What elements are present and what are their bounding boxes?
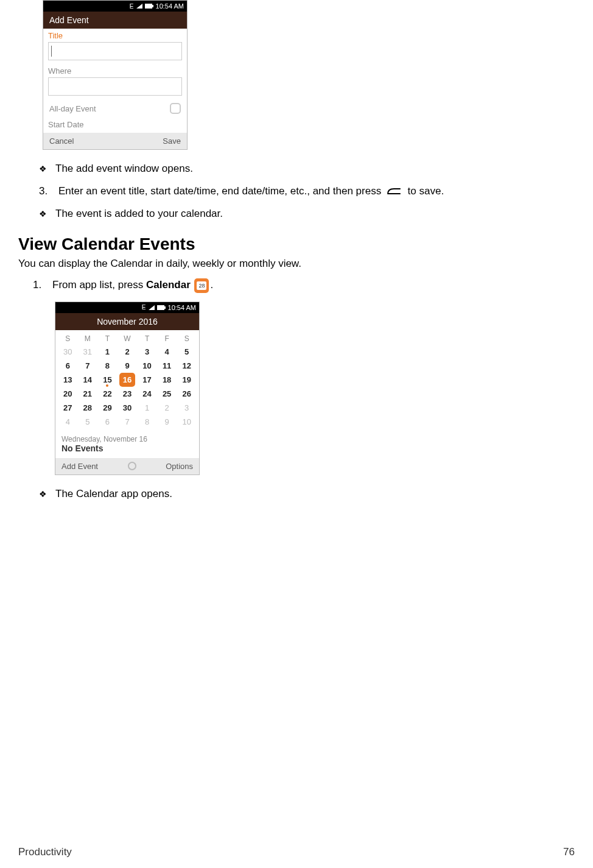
calendar-day[interactable]: 10 [137,359,157,373]
where-label: Where [43,64,187,76]
allday-toggle[interactable] [170,103,181,114]
svg-rect-5 [164,306,166,309]
calendar-day[interactable]: 25 [157,387,177,401]
lead-text: You can display the Calendar in daily, w… [18,258,575,270]
calendar-day[interactable]: 27 [58,401,78,415]
svg-rect-1 [145,4,152,9]
calendar-day[interactable]: 1 [137,401,157,415]
network-indicator: E [130,3,134,10]
calendar-day[interactable]: 5 [177,345,197,359]
calendar-day[interactable]: 6 [97,415,118,429]
startdate-label: Start Date [43,118,187,133]
day-of-week-header: T [97,333,118,345]
calendar-day[interactable]: 26 [177,387,197,401]
softkey-bar: Cancel Save [43,133,187,149]
calendar-day[interactable]: 3 [177,401,197,415]
calendar-day[interactable]: 29 [97,401,118,415]
calendar-day[interactable]: 12 [177,359,197,373]
bullet-result-2: ❖ The event is added to your calendar. [39,207,575,221]
calendar-day[interactable]: 13 [58,373,78,387]
calendar-day[interactable]: 6 [58,359,78,373]
calendar-day[interactable]: 14 [78,373,98,387]
network-indicator: E [142,304,146,311]
allday-label: All-day Event [49,104,96,113]
calendar-day[interactable]: 2 [157,401,177,415]
status-bar: E 10:54 AM [43,1,187,12]
calendar-day[interactable]: 7 [78,359,98,373]
calendar-day[interactable]: 20 [58,387,78,401]
event-summary: Wednesday, November 16 No Events [55,431,199,458]
month-title: November 2016 [55,313,199,330]
calendar-day[interactable]: 4 [157,345,177,359]
calendar-day[interactable]: 2 [118,345,138,359]
text-cursor [51,46,52,57]
bullet-result-3: ❖ The Calendar app opens. [39,487,575,501]
addevent-softkey[interactable]: Add Event [61,462,98,471]
calendar-day[interactable]: 4 [58,415,78,429]
calendar-day[interactable]: 31 [78,345,98,359]
day-of-week-header: S [177,333,197,345]
options-softkey[interactable]: Options [166,462,193,471]
calendar-day[interactable]: 9 [118,359,138,373]
calendar-day[interactable]: 8 [137,415,157,429]
calendar-day[interactable]: 15 [97,373,118,387]
battery-icon [145,2,153,10]
title-input[interactable] [48,42,182,60]
page-footer: Productivity 76 [18,846,575,858]
heading-view-calendar: View Calendar Events [18,235,575,254]
clock: 10:54 AM [168,304,196,311]
calendar-day[interactable]: 18 [157,373,177,387]
screen-title: Add Event [43,12,187,29]
calendar-day[interactable]: 17 [137,373,157,387]
cancel-softkey[interactable]: Cancel [49,136,74,146]
save-softkey[interactable]: Save [163,136,181,146]
signal-icon [136,2,142,10]
allday-row[interactable]: All-day Event [43,99,187,118]
svg-marker-3 [149,305,155,310]
calendar-day[interactable]: 24 [137,387,157,401]
bullet-text: The Calendar app opens. [55,487,172,501]
battery-icon [157,304,166,311]
calendar-day[interactable]: 3 [137,345,157,359]
calendar-app-icon: 28 [194,278,209,293]
calendar-day[interactable]: 30 [118,401,138,415]
calendar-day[interactable]: 22 [97,387,118,401]
softkey-bar: Add Event Options [55,458,199,475]
signal-icon [149,304,155,311]
day-of-week-header: F [157,333,177,345]
where-input[interactable] [48,77,182,96]
calendar-day[interactable]: 9 [157,415,177,429]
calendar-day[interactable]: 7 [118,415,138,429]
step-text: Enter an event title, start date/time, e… [58,185,444,199]
title-label: Title [43,29,187,40]
step-3: 3. Enter an event title, start date/time… [39,185,575,199]
step-1: 1. From app list, press Calendar 28. [33,278,575,293]
calendar-day[interactable]: 28 [78,401,98,415]
calendar-day[interactable]: 19 [177,373,197,387]
calendar-day[interactable]: 5 [78,415,98,429]
clock: 10:54 AM [156,2,184,10]
calendar-day[interactable]: 10 [177,415,197,429]
back-key-icon [387,187,402,196]
calendar-day[interactable]: 21 [78,387,98,401]
calendar-day[interactable]: 16 [119,373,136,387]
step-text: From app list, press Calendar 28. [52,278,213,293]
status-bar: E 10:54 AM [55,302,199,313]
calendar-day[interactable]: 8 [97,359,118,373]
bullet-icon: ❖ [39,489,47,500]
calendar-day[interactable]: 11 [157,359,177,373]
calendar-day[interactable]: 1 [97,345,118,359]
no-events-label: No Events [61,443,193,453]
calendar-day[interactable]: 30 [58,345,78,359]
day-of-week-header: M [78,333,98,345]
bullet-icon: ❖ [39,163,47,175]
bullet-text: The add event window opens. [55,162,193,176]
svg-marker-0 [136,4,142,9]
svg-rect-2 [152,5,153,7]
day-of-week-header: S [58,333,78,345]
day-of-week-header: W [118,333,138,345]
center-softkey-icon[interactable] [128,462,136,470]
step-number: 1. [33,278,44,292]
calendar-day[interactable]: 23 [118,387,138,401]
phone-add-event: E 10:54 AM Add Event Title Where All-day… [43,0,188,150]
